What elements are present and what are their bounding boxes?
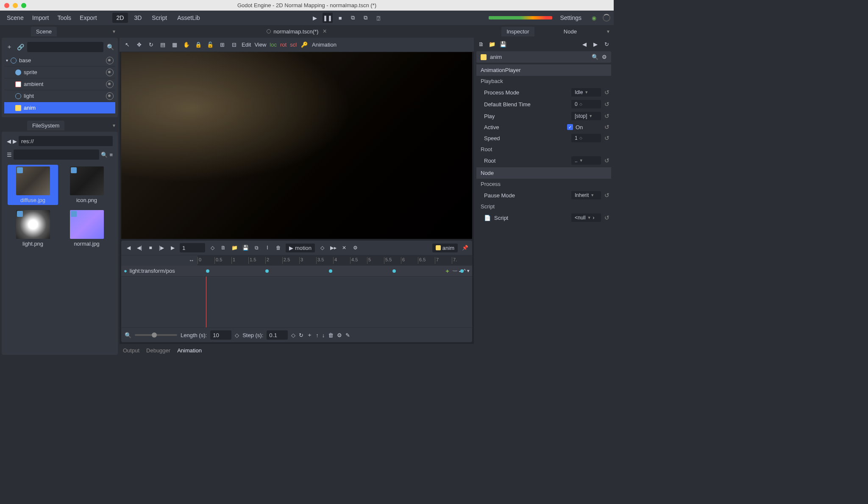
zoom-slider[interactable]: [135, 334, 177, 336]
scene-tab[interactable]: Scene: [31, 27, 57, 36]
viewport-2d[interactable]: [121, 52, 472, 239]
menu-tools[interactable]: Tools: [54, 13, 75, 23]
pause-button[interactable]: ❚❚: [323, 13, 333, 23]
scene-node-sprite[interactable]: sprite: [4, 66, 115, 78]
prop-value[interactable]: Idle ▼: [571, 88, 601, 97]
visibility-toggle[interactable]: [106, 80, 114, 88]
filesystem-search-input[interactable]: [14, 150, 99, 160]
scene-search-input[interactable]: [27, 42, 103, 52]
stepper-icon[interactable]: ◇: [209, 244, 216, 252]
length-stepper-icon[interactable]: ◇: [235, 332, 239, 338]
loop-button[interactable]: ↻: [299, 332, 303, 338]
category-playback[interactable]: Playback: [474, 76, 614, 86]
mode-assetlib-button[interactable]: AssetLib: [173, 13, 204, 23]
snap-grid-icon[interactable]: ⊞: [218, 41, 226, 49]
list-tool-icon[interactable]: ▦: [170, 41, 179, 49]
gizmo-loc[interactable]: loc: [270, 42, 277, 48]
stop-button[interactable]: ■: [335, 13, 345, 23]
scale-tool-icon[interactable]: ▤: [159, 41, 167, 49]
close-window-button[interactable]: [4, 3, 9, 8]
playhead[interactable]: [206, 277, 206, 327]
prop-value[interactable]: [stop] ▼: [571, 112, 601, 120]
inspector-search-button[interactable]: 🔍: [592, 54, 598, 60]
nav-forward-button[interactable]: ▶: [13, 138, 17, 144]
list-view-button[interactable]: ≡: [109, 152, 113, 158]
reset-icon[interactable]: ↺: [604, 214, 609, 221]
select-tool-icon[interactable]: ↖: [123, 41, 131, 49]
anim-pin-button[interactable]: 📌: [461, 244, 469, 252]
view-menu[interactable]: View: [254, 42, 266, 48]
refresh-button[interactable]: ↻: [603, 40, 610, 48]
timeline-zoom-out-icon[interactable]: 🔍: [125, 332, 131, 338]
script-category[interactable]: Script: [474, 201, 614, 212]
reset-icon[interactable]: ↺: [604, 101, 609, 108]
insp-dock-menu-caret[interactable]: ▼: [606, 29, 610, 34]
menu-import[interactable]: Import: [29, 13, 53, 23]
open-resource-button[interactable]: 📁: [488, 40, 496, 48]
stepper2-icon[interactable]: ◇: [318, 244, 326, 252]
menu-export[interactable]: Export: [76, 13, 100, 23]
reset-icon[interactable]: ↺: [604, 89, 609, 96]
animation-track[interactable]: ● light:transform/pos ＋ 〰 ▾ ^ ▾: [121, 266, 472, 277]
file-normal.jpg[interactable]: normal.jpg: [61, 208, 112, 249]
checkbox[interactable]: ✓: [567, 124, 573, 130]
new-resource-button[interactable]: 🗎: [477, 40, 485, 48]
reset-icon[interactable]: ↺: [604, 135, 609, 141]
play-custom-scene-button[interactable]: ⧉: [361, 13, 371, 23]
anim-open-button[interactable]: 📁: [231, 244, 238, 252]
anim-step-back-button[interactable]: ◀|: [136, 244, 143, 252]
script-select[interactable]: <null▼ ›: [571, 213, 601, 222]
minimize-window-button[interactable]: [13, 3, 18, 8]
file-icon.png[interactable]: icon.png: [61, 165, 112, 205]
anim-clip-select[interactable]: ▶motion: [286, 244, 315, 252]
key-insert-icon[interactable]: 🔑: [300, 41, 309, 49]
scene-node-anim[interactable]: anim: [4, 102, 115, 114]
debugger-tab[interactable]: Debugger: [146, 347, 170, 354]
visibility-toggle[interactable]: [106, 92, 114, 100]
save-resource-button[interactable]: 💾: [499, 40, 507, 48]
anim-frame-input[interactable]: [180, 243, 205, 252]
process-category[interactable]: Process: [474, 179, 614, 189]
mode-3d-button[interactable]: 3D: [130, 13, 146, 23]
reset-icon[interactable]: ↺: [604, 192, 609, 199]
wrap-select[interactable]: ^ ▾: [464, 268, 470, 274]
pan-tool-icon[interactable]: ✋: [182, 41, 191, 49]
prop-value[interactable]: 1 ◇: [571, 134, 601, 142]
edit-menu[interactable]: Edit: [242, 42, 251, 48]
inspector-settings-button[interactable]: ⚙: [602, 54, 607, 60]
scene-node-ambient[interactable]: ambient: [4, 78, 115, 90]
anim-delete-button[interactable]: 🗑: [275, 244, 282, 252]
visibility-toggle[interactable]: [106, 69, 114, 76]
snap-options-icon[interactable]: ⊟: [230, 41, 238, 49]
move-down-button[interactable]: ↓: [322, 332, 325, 338]
prop-value[interactable]: .. ▼: [571, 156, 601, 165]
track-settings-button[interactable]: ⚙: [337, 332, 342, 338]
reset-icon[interactable]: ↺: [604, 124, 609, 130]
history-back-button[interactable]: ◀: [581, 40, 588, 48]
length-input[interactable]: [210, 330, 231, 340]
node-tab[interactable]: Node: [559, 27, 582, 36]
anim-autoplay-button[interactable]: ▶▸: [329, 244, 337, 252]
anim-play-button[interactable]: ▶: [169, 244, 176, 252]
time-ruler[interactable]: 00.511.522.533.544.555.566.577.: [198, 255, 472, 266]
maximize-window-button[interactable]: [21, 3, 26, 8]
move-up-button[interactable]: ↑: [316, 332, 319, 338]
search-icon[interactable]: 🔍: [106, 43, 114, 51]
document-tab[interactable]: normalmap.tscn(*): [273, 28, 318, 35]
menu-scene[interactable]: Scene: [3, 13, 27, 23]
prop-value[interactable]: 0 ◇: [571, 100, 601, 108]
keyframe[interactable]: [206, 269, 209, 273]
rotate-tool-icon[interactable]: ↻: [147, 41, 155, 49]
pause-mode-select[interactable]: Inherit▼: [571, 191, 601, 199]
fs-search-icon[interactable]: 🔍: [101, 152, 108, 158]
animation-timeline[interactable]: ↔ 00.511.522.533.544.555.566.577. ● ligh…: [121, 255, 472, 327]
gizmo-rot[interactable]: rot: [280, 42, 287, 48]
visibility-toggle[interactable]: [106, 57, 114, 64]
anim-rename-button[interactable]: I: [264, 244, 271, 252]
gizmo-scl[interactable]: scl: [290, 42, 297, 48]
anim-tools-button[interactable]: ⚙: [351, 244, 359, 252]
move-tool-icon[interactable]: ✥: [135, 41, 143, 49]
cleanup-button[interactable]: ✎: [345, 332, 350, 338]
reset-icon[interactable]: ↺: [604, 157, 609, 164]
mode-script-button[interactable]: Script: [147, 13, 171, 23]
